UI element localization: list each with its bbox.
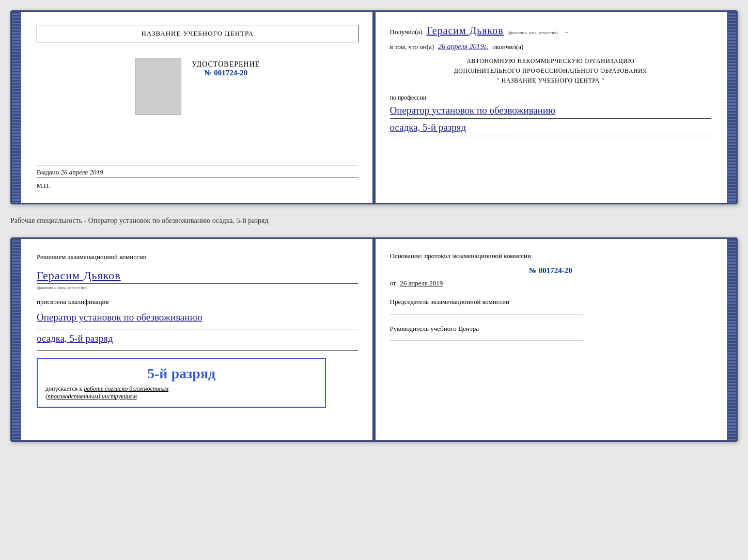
vydano-line: Выдано 26 апреля 2019 [37,168,359,178]
profession-line1: Оператор установок по обезвоживанию [390,104,712,118]
right-stripe [727,12,736,203]
ruk-title: Руководитель учебного Центра [390,325,712,333]
vydano-date: 26 апреля 2019 [61,168,103,176]
exam-name-line: Герасим Дьяков [37,269,359,284]
chairman-sign-line [390,314,583,314]
qual-line2: осадка, 5-й разряд [37,331,359,346]
osnov-label: Основание: протокол экзаменационной коми… [390,252,531,260]
poluchil-line: Получил(а) Герасим Дьяков (фамилия, имя,… [390,25,712,37]
org-line2: ДОПОЛНИТЕЛЬНОГО ПРОФЕССИОНАЛЬНОГО ОБРАЗО… [390,66,712,76]
exam-left-content: Решением экзаменационной комиссии Гераси… [37,252,359,427]
dash: – [565,28,568,36]
ot-line: от 26 апреля 2019 [390,279,712,287]
vtom-line: в том, что он(а) 26 апреля 2019г. окончи… [390,43,712,51]
ruk-block: Руководитель учебного Центра [390,325,712,341]
vtom-date: 26 апреля 2019г. [438,43,488,51]
exam-name-block: Герасим Дьяков (фамилия, имя, отчество) [37,269,359,290]
exam-left-panel: Решением экзаменационной комиссии Гераси… [21,239,374,440]
recipient-name: Герасим Дьяков [427,25,504,37]
chairman-title: Председатель экзаменационной комиссии [390,298,712,306]
udost-label: УДОСТОВЕРЕНИЕ [192,60,260,69]
page-wrapper: НАЗВАНИЕ УЧЕБНОГО ЦЕНТРА УДОСТОВЕРЕНИЕ №… [10,10,738,442]
stamp-text2: (производственным) инструкциям [45,393,137,400]
stamp-box: 5-й разряд допускается к работе согласно… [37,358,326,408]
osnov-title: Основание: протокол экзаменационной коми… [390,252,712,260]
ot-prefix: от [390,279,396,287]
exam-title: Решением экзаменационной комиссии [37,252,359,263]
bottom-document-card: Решением экзаменационной комиссии Гераси… [10,237,738,442]
chairman-block: Председатель экзаменационной комиссии [390,298,712,314]
prisvoena-label: присвоена квалификация [37,298,359,306]
stamp-text-block: допускается к работе согласно должностны… [45,385,317,401]
bottom-right-stripe [727,239,736,440]
cert-middle: УДОСТОВЕРЕНИЕ № 001724-20 [192,60,260,77]
stamp-underline: работе согласно должностным [84,385,168,392]
bottom-left-stripe [12,239,21,440]
exam-recipient-name: Герасим Дьяков [37,269,121,282]
vtom-label: в том, что он(а) [390,43,434,51]
org-line3: " НАЗВАНИЕ УЧЕБНОГО ЦЕНТРА " [390,76,712,86]
photo-placeholder [135,58,181,115]
vydano-label: Выдано [37,168,59,176]
qual-line1: Оператор установок по обезвоживанию [37,310,359,325]
cert-number: № 001724-20 [192,69,260,77]
cert-title-box: НАЗВАНИЕ УЧЕБНОГО ЦЕНТРА [37,25,359,42]
exam-right-content: Основание: протокол экзаменационной коми… [390,252,712,341]
cert-left-panel: НАЗВАНИЕ УЧЕБНОГО ЦЕНТРА УДОСТОВЕРЕНИЕ №… [21,12,374,203]
poluchil-label: Получил(а) [390,28,423,36]
fio-subtitle: (фамилия, имя, отчество) [508,30,558,35]
po-professii: по профессии [390,94,712,102]
ot-date: 26 апреля 2019 [400,279,443,287]
cert-right-content: Получил(а) Герасим Дьяков (фамилия, имя,… [390,25,712,136]
stamp-text1: допускается к [45,385,82,392]
okonchil-label: окончил(а) [492,43,523,51]
mp-label: М.П. [37,182,359,190]
ruk-sign-line [390,341,583,341]
desc-line: Рабочая специальность - Оператор установ… [10,214,738,228]
cert-bottom: Выдано 26 апреля 2019 М.П. [37,164,359,190]
protocol-num: № 001724-20 [390,266,712,275]
org-block: АВТОНОМНУЮ НЕКОММЕРЧЕСКУЮ ОРГАНИЗАЦИЮ ДО… [390,56,712,86]
stamp-rank: 5-й разряд [45,365,317,382]
cert-right-panel: Получил(а) Герасим Дьяков (фамилия, имя,… [374,12,727,203]
exam-title-text: Решением экзаменационной комиссии [37,253,147,261]
top-document-card: НАЗВАНИЕ УЧЕБНОГО ЦЕНТРА УДОСТОВЕРЕНИЕ №… [10,10,738,204]
exam-fio-subtitle: (фамилия, имя, отчество) [37,285,359,290]
org-line1: АВТОНОМНУЮ НЕКОММЕРЧЕСКУЮ ОРГАНИЗАЦИЮ [390,56,712,66]
left-stripe [12,12,21,203]
exam-right-panel: Основание: протокол экзаменационной коми… [374,239,727,440]
profession-line2: осадка, 5-й разряд [390,121,712,135]
